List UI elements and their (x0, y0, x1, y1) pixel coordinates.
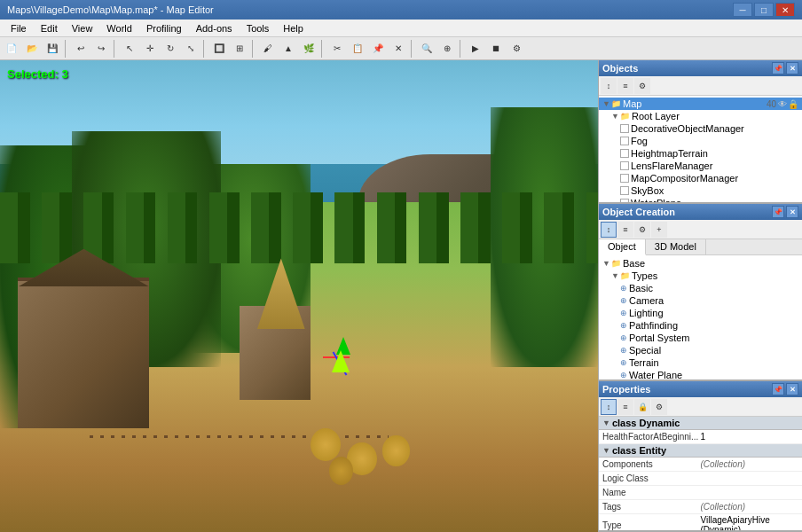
prop-name-components: Components (602, 459, 701, 469)
tree-item-map[interactable]: ▼ 📁 Map 40 👁 🔒 (599, 98, 802, 110)
tree-item-water-plane[interactable]: ⊕ Water Plane (599, 369, 802, 379)
toolbar-sep-7 (460, 40, 463, 58)
toolbar-paint[interactable]: 🖌 (258, 39, 278, 59)
prop-val-components[interactable]: (Collection) (701, 459, 799, 469)
obj-tool-layer[interactable]: ↕ (601, 222, 617, 238)
section-entity-label: class Entity (612, 445, 666, 456)
section-entity[interactable]: ▼ class Entity (599, 444, 802, 458)
tree-item-mapcompositor[interactable]: MapCompositorManager (599, 172, 802, 184)
menu-world[interactable]: World (99, 21, 139, 35)
viewport[interactable]: Selected: 3 (0, 60, 598, 532)
minimize-button[interactable]: ─ (733, 3, 752, 17)
toolbar-settings[interactable]: ⚙ (507, 39, 526, 59)
tree-label-heightmap: HeightmapTerrain (631, 148, 798, 159)
toolbar-grid[interactable]: ⊞ (230, 39, 249, 59)
tree-label-camera: Camera (629, 295, 798, 306)
prop-tool-lock[interactable]: 🔒 (634, 399, 650, 415)
obj-tool-1[interactable]: ↕ (601, 78, 617, 94)
section-dynamic[interactable]: ▼ class Dynamic (599, 417, 802, 430)
tree-item-types[interactable]: ▼ 📁 Types (599, 270, 802, 282)
tree-item-fog[interactable]: Fog (599, 135, 802, 147)
prop-tool-cfg[interactable]: ⚙ (651, 399, 667, 415)
obj-tool-cfg[interactable]: ⚙ (634, 222, 650, 238)
obj-tool-list[interactable]: ≡ (617, 222, 633, 238)
prop-val-health[interactable]: 1 (701, 432, 799, 442)
tab-object[interactable]: Object (599, 239, 646, 255)
checkbox-water (620, 199, 629, 202)
menu-addons[interactable]: Add-ons (189, 21, 240, 35)
close-button[interactable]: ✕ (775, 3, 795, 17)
tree-item-root-layer[interactable]: ▼ 📁 Root Layer (599, 110, 802, 122)
toolbar-redo[interactable]: ↪ (91, 39, 111, 59)
tree-item-lensflare[interactable]: LensFlareManager (599, 160, 802, 172)
menu-view[interactable]: View (65, 21, 100, 35)
tree-item-decorative[interactable]: DecorativeObjectManager (599, 122, 802, 135)
tree-item-portal[interactable]: ⊕ Portal System (599, 332, 802, 344)
lock-icon-map[interactable]: 🔒 (788, 99, 798, 109)
obj-creation-close[interactable]: ✕ (786, 206, 798, 218)
properties-panel-header: Properties 📌 ✕ (599, 381, 802, 397)
obj-creation-pin[interactable]: 📌 (772, 206, 784, 218)
menu-file[interactable]: File (4, 21, 34, 35)
toolbar-scale[interactable]: ⤡ (181, 39, 200, 59)
toolbar-select[interactable]: ↖ (120, 39, 139, 59)
icon-pathfinding: ⊕ (620, 321, 627, 330)
tree-label-fog: Fog (631, 136, 798, 146)
objects-panel-pin[interactable]: 📌 (772, 62, 784, 74)
tree-toggle-types: ▼ (611, 271, 620, 280)
obj-creation-tabs: Object 3D Model (599, 239, 802, 255)
tree-item-heightmap[interactable]: HeightmapTerrain (599, 147, 802, 160)
toolbar-snap[interactable]: 🔲 (209, 39, 229, 59)
toolbar-undo[interactable]: ↩ (71, 39, 90, 59)
menu-tools[interactable]: Tools (240, 21, 277, 35)
toolbar-move[interactable]: ✛ (140, 39, 160, 59)
properties-pin[interactable]: 📌 (772, 383, 784, 395)
toolbar-sep-1 (65, 40, 68, 58)
tree-item-base[interactable]: ▼ 📁 Base (599, 257, 802, 270)
tab-3d-model[interactable]: 3D Model (646, 239, 706, 254)
tree-label-water-plane: Water Plane (629, 370, 798, 379)
toolbar-cut[interactable]: ✂ (327, 39, 347, 59)
objects-panel-close[interactable]: ✕ (786, 62, 798, 74)
tree-item-special[interactable]: ⊕ Special (599, 344, 802, 356)
toolbar-save[interactable]: 💾 (43, 39, 62, 59)
obj-tool-extra[interactable]: + (651, 222, 667, 238)
toolbar-open[interactable]: 📂 (22, 39, 42, 59)
obj-tool-3[interactable]: ⚙ (634, 78, 650, 94)
toolbar-delete[interactable]: ✕ (389, 39, 408, 59)
toolbar-terrain[interactable]: ▲ (279, 39, 298, 59)
tree-item-lighting[interactable]: ⊕ Lighting (599, 307, 802, 319)
checkbox-decorative (620, 124, 629, 133)
menu-help[interactable]: Help (276, 21, 311, 35)
toolbar-search[interactable]: 🔍 (417, 39, 436, 59)
properties-close[interactable]: ✕ (786, 383, 798, 395)
toolbar-play[interactable]: ▶ (466, 39, 485, 59)
toggle-dynamic: ▼ (602, 419, 610, 427)
maximize-button[interactable]: □ (754, 3, 774, 17)
toolbar-copy[interactable]: 📋 (348, 39, 367, 59)
tree-item-pathfinding[interactable]: ⊕ Pathfinding (599, 319, 802, 332)
tree-item-skybox[interactable]: SkyBox (599, 184, 802, 197)
toolbar-paste[interactable]: 📌 (368, 39, 388, 59)
menu-profiling[interactable]: Profiling (139, 21, 189, 35)
tree-item-basic[interactable]: ⊕ Basic (599, 282, 802, 294)
prop-tool-sort[interactable]: ↕ (601, 399, 617, 415)
toolbar-rotate[interactable]: ↻ (161, 39, 180, 59)
tree-item-camera[interactable]: ⊕ Camera (599, 294, 802, 307)
tree-label-portal: Portal System (629, 332, 798, 343)
toolbar-zoom[interactable]: ⊕ (437, 39, 457, 59)
tree-item-terrain-obj[interactable]: ⊕ Terrain (599, 356, 802, 369)
toolbar-new[interactable]: 📄 (2, 39, 21, 59)
obj-tool-2[interactable]: ≡ (617, 78, 633, 94)
prop-components: Components (Collection) (599, 458, 802, 472)
haybale-3 (382, 435, 409, 466)
toolbar-stop[interactable]: ⏹ (486, 39, 506, 59)
haybale-4 (329, 457, 353, 485)
visibility-icon-map[interactable]: 👁 (778, 99, 787, 109)
prop-tool-filter[interactable]: ≡ (617, 399, 633, 415)
menu-edit[interactable]: Edit (34, 21, 65, 35)
tree-item-waterplane[interactable]: WaterPlane (599, 197, 802, 202)
prop-val-type[interactable]: VillageApiaryHive (Dynamic) (701, 515, 799, 530)
toolbar-foliage[interactable]: 🌿 (299, 39, 318, 59)
prop-val-tags[interactable]: (Collection) (701, 502, 799, 512)
